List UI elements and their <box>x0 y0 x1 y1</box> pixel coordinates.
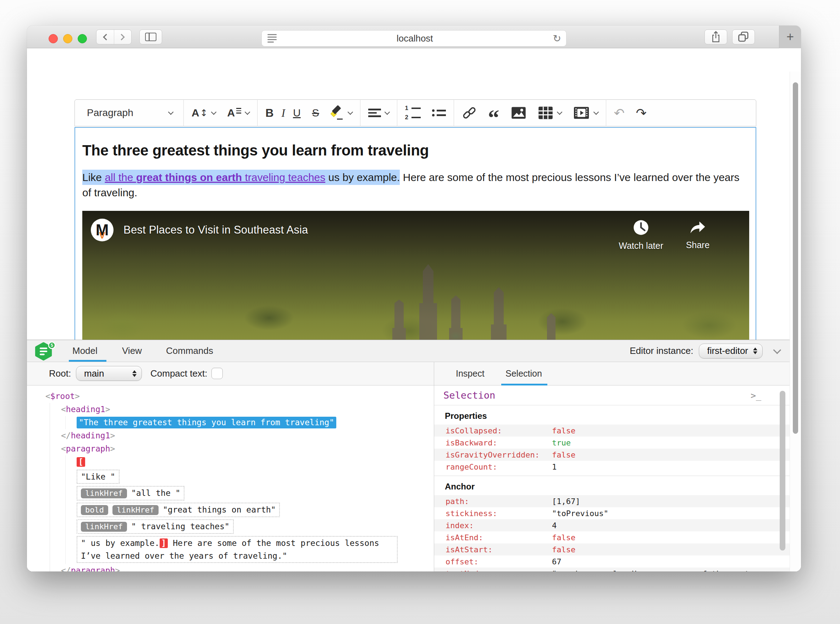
forward-button[interactable] <box>114 30 131 44</box>
font-family-dropdown[interactable]: A <box>221 103 255 123</box>
address-bar[interactable]: localhost ↻ <box>261 30 567 46</box>
paragraph-style-dropdown[interactable]: Paragraph <box>79 103 181 123</box>
forward-icon <box>119 34 125 40</box>
paragraph-link[interactable]: great things on earth <box>136 170 242 185</box>
property-key: textNode: <box>445 569 552 572</box>
tab-commands[interactable]: Commands <box>166 340 213 362</box>
property-row: offset:67 <box>434 556 790 568</box>
desktop: localhost ↻ + <box>0 0 840 624</box>
font-size-dropdown[interactable]: A ↕ <box>186 103 221 123</box>
tree-token-badge: bold <box>81 505 108 515</box>
tree-token-p: > <box>75 391 80 401</box>
tree-node-line[interactable]: </heading1> <box>27 429 434 442</box>
editor-instance-select[interactable]: first-editor <box>699 344 763 358</box>
video-title[interactable]: Best Places to Visit in Southeast Asia <box>123 224 308 236</box>
font-size-icon: A <box>191 107 199 119</box>
redo-button[interactable]: ↷ <box>630 103 652 123</box>
tree-node-line[interactable]: boldlinkHref"great things on earth" <box>27 502 434 518</box>
collapse-inspector-icon[interactable] <box>773 346 781 354</box>
property-value: false <box>552 545 790 554</box>
tree-token-badge: linkHref <box>81 488 127 498</box>
numbered-list-icon: 1 2 <box>405 105 421 121</box>
page-scrollbar-thumb[interactable] <box>793 82 798 434</box>
active-tab-indicator <box>69 360 106 362</box>
property-value: 4 <box>552 521 790 530</box>
insert-table-dropdown[interactable] <box>532 103 567 123</box>
back-button[interactable] <box>97 30 114 44</box>
undo-button[interactable]: ↶ <box>608 103 630 123</box>
property-value: " us by example. Here are some of the mo… <box>552 569 790 572</box>
tree-token-tag: paragraph <box>71 566 115 571</box>
reload-icon[interactable]: ↻ <box>553 32 561 44</box>
tree-token-p: > <box>110 444 115 453</box>
property-row: isBackward:true <box>434 437 790 449</box>
italic-button[interactable]: I <box>279 103 287 123</box>
watch-later-button[interactable]: Watch later <box>614 219 667 251</box>
tree-node-line[interactable]: linkHref" traveling teaches" <box>27 518 434 535</box>
sidebar-toggle-button[interactable] <box>139 29 162 44</box>
tree-node-line[interactable]: "Like " <box>27 468 434 485</box>
share-button[interactable] <box>704 29 727 44</box>
tree-node-line[interactable]: </paragraph> <box>27 564 434 571</box>
select-stepper-icon <box>753 348 757 354</box>
pane-scrollbar-thumb[interactable] <box>780 391 785 550</box>
minimize-window-button[interactable] <box>63 34 72 43</box>
block-quote-button[interactable]: “ <box>482 108 505 128</box>
model-tree: <$root><heading1>"The three greatest thi… <box>27 386 434 571</box>
browser-titlebar: localhost ↻ + <box>27 26 801 48</box>
tab-selection[interactable]: Selection <box>506 362 542 385</box>
close-window-button[interactable] <box>49 34 58 43</box>
tree-node-line[interactable]: <paragraph> <box>27 442 434 456</box>
tree-token-tag: $root <box>50 391 75 401</box>
compact-text-checkbox[interactable] <box>211 368 223 379</box>
bulleted-list-button[interactable] <box>426 103 452 123</box>
media-embed-dropdown[interactable] <box>567 103 604 123</box>
tree-node-line[interactable]: "The three greatest things you learn fro… <box>27 416 434 429</box>
channel-avatar[interactable]: M V <box>91 219 114 241</box>
insert-image-button[interactable] <box>505 103 532 123</box>
ckeditor-logo-icon: 5 <box>35 342 56 363</box>
property-value: 1 <box>552 462 790 471</box>
reader-mode-icon[interactable] <box>267 34 277 43</box>
tree-node-line[interactable]: [ <box>27 456 434 468</box>
property-value: [1,67] <box>552 497 790 506</box>
chevron-down-icon <box>211 109 217 115</box>
console-log-icon[interactable]: >_ <box>751 391 761 401</box>
underline-button[interactable]: U <box>287 103 307 123</box>
link-button[interactable] <box>456 103 482 123</box>
chevron-down-icon <box>384 109 390 115</box>
tree-token-p: > <box>110 431 115 440</box>
tree-node-line[interactable]: linkHref"all the " <box>27 485 434 502</box>
paragraph-link[interactable]: all the <box>105 170 136 185</box>
video-share-button[interactable]: Share <box>671 219 724 250</box>
url-text[interactable]: localhost <box>277 33 553 44</box>
tab-overview-button[interactable] <box>732 29 755 44</box>
font-family-icon: A <box>227 107 235 119</box>
new-tab-button[interactable]: + <box>779 26 801 48</box>
paragraph-link[interactable]: traveling teaches <box>242 170 325 185</box>
editor-content-area[interactable]: The three greatest things you learn from… <box>74 127 756 340</box>
editor-paragraph[interactable]: Like all the great things on earth trave… <box>82 170 749 200</box>
tab-view[interactable]: View <box>122 340 142 362</box>
tree-node-line[interactable]: <heading1> <box>27 403 434 416</box>
chevron-down-icon <box>168 109 174 115</box>
property-key: rangeCount: <box>445 462 552 471</box>
property-row: index:4 <box>434 519 790 531</box>
youtube-embed[interactable]: M V Best Places to Visit in Southeast As… <box>82 211 749 340</box>
tab-inspect[interactable]: Inspect <box>456 362 485 385</box>
tab-model[interactable]: Model <box>72 340 97 362</box>
tree-node-line[interactable]: <$root> <box>27 390 434 403</box>
section-header: Properties <box>434 405 790 425</box>
alignment-dropdown[interactable] <box>362 103 395 123</box>
tree-token-txt: " traveling teaches" <box>131 522 230 531</box>
align-left-icon <box>368 109 381 117</box>
property-value: 67 <box>552 557 790 566</box>
numbered-list-button[interactable]: 1 2 <box>399 103 426 123</box>
root-select[interactable]: main <box>76 366 142 381</box>
tree-node-line[interactable]: " us by example.] Here are some of the m… <box>27 535 434 564</box>
document-heading[interactable]: The three greatest things you learn from… <box>82 142 749 159</box>
bold-button[interactable]: B <box>260 103 279 123</box>
highlight-dropdown[interactable] <box>325 103 358 123</box>
zoom-window-button[interactable] <box>78 34 87 43</box>
strikethrough-button[interactable]: S <box>307 103 325 123</box>
